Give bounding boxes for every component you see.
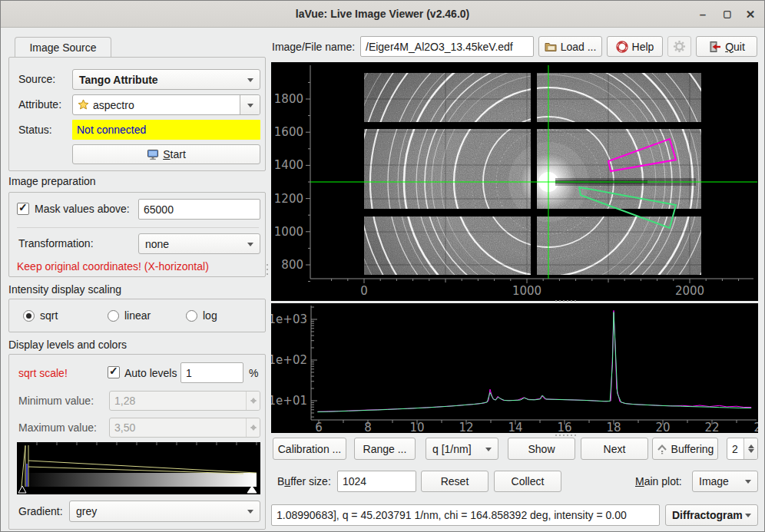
svg-text:18: 18 bbox=[606, 421, 621, 433]
panel-splitter[interactable] bbox=[267, 264, 268, 275]
section-display-levels: Display levels and colors bbox=[8, 339, 127, 351]
maximum-label: Maximum value: bbox=[18, 421, 97, 434]
svg-text:12: 12 bbox=[459, 421, 473, 433]
radio-log[interactable] bbox=[186, 310, 197, 322]
main-plot-combo[interactable]: Image bbox=[692, 471, 758, 492]
star-icon bbox=[78, 99, 89, 111]
transformation-combo[interactable]: none bbox=[138, 233, 260, 254]
intensity-scaling-panel: sqrt linear log bbox=[8, 299, 266, 332]
radio-linear[interactable] bbox=[108, 310, 119, 322]
buffer-count-spinbox[interactable]: 2 bbox=[727, 438, 758, 460]
image-plot[interactable]: 18001600140012001000800010002000 bbox=[271, 62, 758, 301]
chevron-down-icon bbox=[745, 514, 751, 520]
svg-text:1200: 1200 bbox=[274, 192, 303, 206]
chevron-down-icon bbox=[745, 480, 751, 487]
gear-icon bbox=[673, 40, 686, 53]
section-image-preparation: Image preparation bbox=[8, 175, 96, 187]
spinner-arrows-icon[interactable] bbox=[246, 418, 260, 437]
gradient-combo[interactable]: grey bbox=[69, 501, 260, 522]
units-combo[interactable]: q [1/nm] bbox=[426, 438, 498, 460]
svg-text:2000: 2000 bbox=[675, 284, 704, 298]
chevron-down-icon bbox=[247, 510, 253, 517]
svg-text:0: 0 bbox=[360, 284, 368, 298]
image-preparation-panel: Mask values above: 65000 Transformation:… bbox=[8, 192, 266, 277]
section-intensity-scaling: Intensity display scaling bbox=[8, 283, 121, 296]
svg-text:1e+01: 1e+01 bbox=[271, 394, 307, 408]
monitor-icon bbox=[147, 149, 159, 160]
gradient-label: Gradient: bbox=[18, 505, 63, 517]
display-levels-panel: sqrt scale! Auto levels 1 % Minimum valu… bbox=[8, 354, 266, 530]
maximum-spinbox[interactable]: 3,50 bbox=[109, 418, 260, 438]
plot-type-combo[interactable]: Diffractogram bbox=[665, 504, 758, 526]
buffering-button[interactable]: Buffering bbox=[652, 438, 718, 460]
svg-text:1800: 1800 bbox=[274, 92, 303, 106]
mask-value-input[interactable]: 65000 bbox=[138, 199, 260, 220]
pointer-status-field[interactable]: 1.08990683], q = 45.203791 1/nm, chi = 1… bbox=[271, 504, 660, 526]
calibration-button[interactable]: Calibration ... bbox=[273, 438, 346, 460]
mask-label: Mask values above: bbox=[35, 203, 130, 215]
titlebar[interactable]: laVue: Live Image Viewer (v2.46.0) – ▢ ✕ bbox=[1, 1, 764, 28]
settings-button[interactable] bbox=[667, 36, 691, 57]
svg-text:22: 22 bbox=[704, 421, 719, 433]
svg-text:1000: 1000 bbox=[274, 225, 303, 239]
help-button[interactable]: Help bbox=[607, 36, 663, 57]
source-combo[interactable]: Tango Attribute bbox=[72, 69, 260, 90]
app-window: laVue: Live Image Viewer (v2.46.0) – ▢ ✕… bbox=[0, 0, 765, 532]
collect-button[interactable]: Collect bbox=[494, 471, 561, 492]
svg-text:1e+02: 1e+02 bbox=[271, 353, 307, 367]
close-button[interactable]: ✕ bbox=[738, 1, 763, 28]
reset-button[interactable]: Reset bbox=[421, 471, 488, 492]
collect-arrow-icon bbox=[657, 444, 667, 454]
percent-label: % bbox=[249, 367, 258, 379]
spinner-arrows-icon[interactable] bbox=[743, 438, 757, 459]
attribute-combo[interactable]: aspectro bbox=[72, 94, 260, 115]
svg-text:800: 800 bbox=[281, 258, 303, 272]
buffer-size-label: Buffer size: bbox=[277, 475, 331, 487]
svg-text:8: 8 bbox=[364, 421, 372, 433]
start-button[interactable]: Start bbox=[72, 144, 260, 164]
minimum-spinbox[interactable]: 1,28 bbox=[109, 391, 260, 411]
load-button[interactable]: Load ... bbox=[538, 36, 602, 57]
window-title: laVue: Live Image Viewer (v2.46.0) bbox=[1, 1, 764, 28]
radio-sqrt[interactable] bbox=[23, 310, 35, 322]
file-name-label: Image/File name: bbox=[272, 41, 355, 53]
spinner-arrows-icon[interactable] bbox=[246, 392, 260, 410]
toolbar-splitter[interactable] bbox=[555, 435, 576, 436]
plot-splitter[interactable] bbox=[555, 300, 576, 302]
exit-door-icon bbox=[708, 41, 721, 53]
status-label: Status: bbox=[18, 124, 52, 136]
levels-histogram[interactable] bbox=[17, 442, 260, 494]
mask-checkbox[interactable] bbox=[17, 203, 29, 215]
gradient-bar[interactable] bbox=[22, 473, 257, 487]
svg-text:1400: 1400 bbox=[274, 158, 303, 172]
tab-image-source[interactable]: Image Source bbox=[15, 37, 111, 58]
diffractogram-plot[interactable]: 1e+011e+021e+03681012141618202224 bbox=[271, 303, 758, 433]
svg-text:1e+03: 1e+03 bbox=[271, 312, 307, 326]
attribute-label: Attribute: bbox=[18, 98, 61, 111]
file-name-input[interactable]: /Eiger4M_Al2O3_13.45keV.edf bbox=[360, 36, 534, 57]
minimum-label: Minimum value: bbox=[18, 395, 94, 407]
svg-text:20: 20 bbox=[655, 421, 670, 433]
svg-text:6: 6 bbox=[315, 421, 323, 433]
quit-button[interactable]: Quit bbox=[696, 36, 757, 57]
range-button[interactable]: Range ... bbox=[354, 438, 416, 460]
transformation-label: Transformation: bbox=[18, 237, 94, 249]
svg-text:14: 14 bbox=[508, 421, 522, 433]
minimize-button[interactable]: – bbox=[690, 1, 715, 28]
attribute-combo-arrow[interactable] bbox=[240, 95, 260, 114]
status-badge: Not connected bbox=[72, 120, 260, 140]
svg-text:1600: 1600 bbox=[274, 125, 303, 139]
maximize-button[interactable]: ▢ bbox=[715, 1, 740, 28]
auto-levels-input[interactable]: 1 bbox=[180, 362, 243, 383]
next-button[interactable]: Next bbox=[581, 438, 648, 460]
auto-levels-checkbox[interactable] bbox=[108, 366, 120, 378]
svg-text:1000: 1000 bbox=[512, 284, 541, 298]
radio-linear-label: linear bbox=[124, 309, 151, 322]
buffer-size-input[interactable]: 1024 bbox=[337, 471, 416, 492]
auto-levels-label: Auto levels bbox=[124, 367, 177, 379]
show-button[interactable]: Show bbox=[508, 438, 575, 460]
svg-text:10: 10 bbox=[409, 421, 424, 433]
source-label: Source: bbox=[18, 73, 55, 85]
radio-log-label: log bbox=[203, 309, 217, 322]
radio-sqrt-label: sqrt bbox=[40, 309, 58, 322]
